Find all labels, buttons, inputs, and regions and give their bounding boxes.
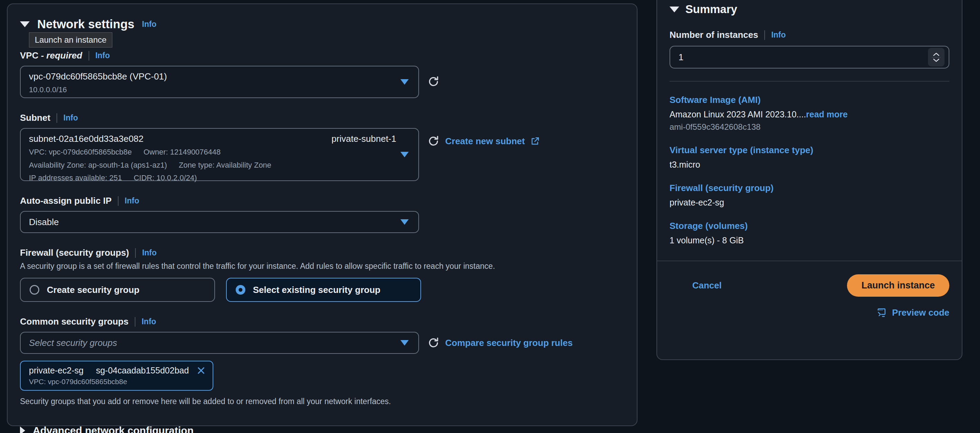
subnet-meta-1: VPC: vpc-079dc60f5865bcb8eOwner: 1214900… <box>29 147 396 157</box>
select-existing-security-group-option[interactable]: Select existing security group <box>226 278 421 302</box>
subnet-refresh-button[interactable] <box>427 135 440 148</box>
ami-section: Software Image (AMI) Amazon Linux 2023 A… <box>670 95 949 132</box>
chevron-up-icon[interactable] <box>932 52 940 56</box>
ami-description: Amazon Linux 2023 AMI 2023.10....read mo… <box>670 109 949 119</box>
firewall-label: Firewall (security groups) <box>20 247 129 258</box>
token-sg-name: private-ec2-sg <box>29 366 83 376</box>
subnet-meta-2: Availability Zone: ap-south-1a (aps1-az1… <box>29 160 396 170</box>
common-sg-info-link[interactable]: Info <box>142 317 156 326</box>
network-settings-info-link[interactable]: Info <box>142 20 156 29</box>
auto-ip-selected-value: Disable <box>29 217 59 227</box>
network-settings-header[interactable]: Network settings Info <box>20 17 624 31</box>
create-security-group-option[interactable]: Create security group <box>20 278 215 302</box>
subnet-selected-value: subnet-02a16e0dd33a3e082 private-subnet-… <box>29 133 396 144</box>
common-sg-refresh-button[interactable] <box>427 336 440 349</box>
common-sg-row: Select security groups Compare security … <box>20 332 624 354</box>
label-divider <box>135 248 136 258</box>
token-sg-vpc: VPC: vpc-079dc60f5865bcb8e <box>29 377 206 386</box>
storage-heading-link[interactable]: Storage (volumes) <box>670 220 949 231</box>
storage-value: 1 volume(s) - 8 GiB <box>670 235 949 246</box>
dropdown-caret-icon <box>401 219 409 225</box>
instances-info-link[interactable]: Info <box>771 30 786 40</box>
read-more-link[interactable]: read more <box>806 109 848 119</box>
ami-heading-link[interactable]: Software Image (AMI) <box>670 95 949 105</box>
vpc-refresh-button[interactable] <box>427 75 440 88</box>
label-divider <box>89 51 89 60</box>
create-security-group-label: Create security group <box>47 285 140 295</box>
number-of-instances-input[interactable]: 1 <box>670 46 949 68</box>
subnet-id: subnet-02a16e0dd33a3e082 <box>29 133 144 144</box>
advanced-network-label: Advanced network configuration <box>33 425 194 433</box>
cancel-button[interactable]: Cancel <box>692 280 722 291</box>
instance-type-section: Virtual server type (instance type) t3.m… <box>670 145 949 170</box>
subnet-meta-3: IP addresses available: 251CIDR: 10.0.2.… <box>29 173 396 183</box>
firewall-value: private-ec2-sg <box>670 198 949 208</box>
launch-instance-button[interactable]: Launch instance <box>847 274 949 297</box>
number-stepper[interactable] <box>928 48 945 67</box>
label-divider <box>135 317 135 327</box>
create-new-subnet-link[interactable]: Create new subnet <box>445 136 525 147</box>
collapse-caret-icon[interactable] <box>20 21 30 27</box>
common-sg-label: Common security groups <box>20 316 129 327</box>
ami-id: ami-0f559c3642608c138 <box>670 122 949 132</box>
required-hint: - required <box>41 50 82 60</box>
dropdown-caret-icon <box>401 340 409 346</box>
stepper-divider <box>932 57 941 57</box>
auto-ip-info-link[interactable]: Info <box>125 196 139 206</box>
dropdown-caret-icon <box>401 79 409 85</box>
vpc-row: vpc-079dc60f5865bcb8e (VPC-01) 10.0.0.0/… <box>20 66 624 98</box>
auto-ip-label: Auto-assign public IP <box>20 195 111 206</box>
security-groups-note: Security groups that you add or remove h… <box>20 397 624 406</box>
external-link-icon <box>530 136 539 146</box>
instances-label-row: Number of instances Info <box>670 30 949 40</box>
vpc-cidr: 10.0.0.0/16 <box>29 85 396 95</box>
chevron-down-icon[interactable] <box>932 58 940 63</box>
radio-unchecked-icon[interactable] <box>30 285 39 295</box>
network-settings-panel: Network settings Info Launch an instance… <box>7 3 638 426</box>
launch-instance-page: { "colors": { "accent_blue": "#539fe5", … <box>0 0 980 433</box>
vpc-info-link[interactable]: Info <box>95 51 110 60</box>
common-sg-label-row: Common security groups Info <box>20 316 624 327</box>
token-dismiss-button[interactable] <box>196 366 206 375</box>
summary-divider <box>670 81 949 82</box>
dropdown-caret-icon <box>401 152 409 157</box>
label-divider <box>118 196 119 206</box>
firewall-info-link[interactable]: Info <box>142 248 156 257</box>
summary-header[interactable]: Summary <box>670 3 949 16</box>
summary-panel: Summary Number of instances Info 1 Softw… <box>656 0 963 360</box>
preview-code-row[interactable]: Preview code <box>670 307 949 318</box>
label-divider <box>764 30 765 40</box>
select-existing-security-group-label: Select existing security group <box>253 285 380 295</box>
vpc-selected-value: vpc-079dc60f5865bcb8e (VPC-01) <box>29 71 396 82</box>
firewall-summary-section: Firewall (security group) private-ec2-sg <box>670 183 949 208</box>
section-title: Network settings <box>37 17 134 31</box>
subnet-label: Subnet <box>20 113 50 123</box>
vpc-label: VPC - required <box>20 50 82 61</box>
preview-code-link[interactable]: Preview code <box>892 308 949 318</box>
refresh-icon <box>427 75 440 88</box>
compare-sg-rules-link[interactable]: Compare security group rules <box>445 338 573 348</box>
instance-type-heading-link[interactable]: Virtual server type (instance type) <box>670 145 949 155</box>
common-sg-select[interactable]: Select security groups <box>20 332 419 354</box>
auto-ip-select[interactable]: Disable <box>20 211 419 233</box>
instances-value: 1 <box>678 52 683 63</box>
refresh-icon <box>427 135 440 148</box>
firewall-heading-link[interactable]: Firewall (security group) <box>670 183 949 194</box>
instance-type-value: t3.micro <box>670 160 949 170</box>
subnet-info-link[interactable]: Info <box>64 113 78 122</box>
summary-footer: Cancel Launch instance Preview code <box>657 260 962 318</box>
subnet-row: subnet-02a16e0dd33a3e082 private-subnet-… <box>20 128 624 181</box>
advanced-network-configuration[interactable]: Advanced network configuration <box>20 425 624 433</box>
common-sg-actions: Compare security group rules <box>427 336 573 349</box>
label-divider <box>57 113 57 123</box>
subnet-select[interactable]: subnet-02a16e0dd33a3e082 private-subnet-… <box>20 128 419 181</box>
vpc-select[interactable]: vpc-079dc60f5865bcb8e (VPC-01) 10.0.0.0/… <box>20 66 419 98</box>
summary-title: Summary <box>686 3 737 16</box>
subnet-name: private-subnet-1 <box>331 133 396 144</box>
expand-caret-icon[interactable] <box>20 427 25 433</box>
subnet-label-row: Subnet Info <box>20 113 624 123</box>
launch-an-instance-tooltip: Launch an instance <box>29 32 112 48</box>
collapse-caret-icon[interactable] <box>670 6 679 13</box>
radio-checked-icon[interactable] <box>236 285 245 295</box>
instances-label: Number of instances <box>670 30 758 40</box>
